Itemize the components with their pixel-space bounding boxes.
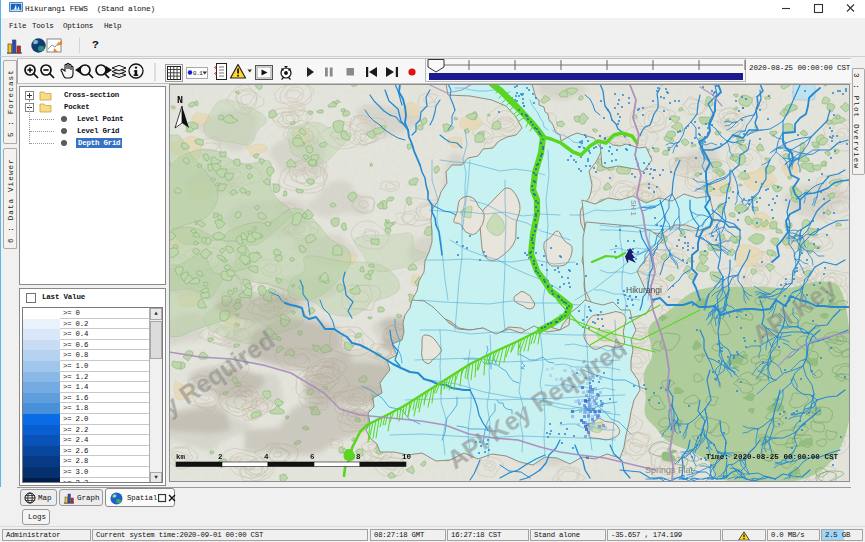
- svg-text:SH 1: SH 1: [630, 200, 637, 216]
- svg-text:2: 2: [218, 453, 223, 461]
- svg-text:Time: 2020-08-25 00:00:00 CST: Time: 2020-08-25 00:00:00 CST: [706, 453, 839, 461]
- svg-text:6: 6: [310, 453, 315, 461]
- svg-text:10: 10: [402, 453, 412, 461]
- svg-text:N: N: [177, 95, 183, 106]
- svg-text:8: 8: [356, 453, 361, 461]
- svg-text:Springs Flat: Springs Flat: [645, 465, 694, 475]
- svg-text:Hikurangi: Hikurangi: [626, 285, 662, 295]
- svg-text:4: 4: [264, 453, 269, 461]
- svg-text:km: km: [176, 453, 186, 461]
- svg-text:0.1: 0.1: [193, 70, 203, 77]
